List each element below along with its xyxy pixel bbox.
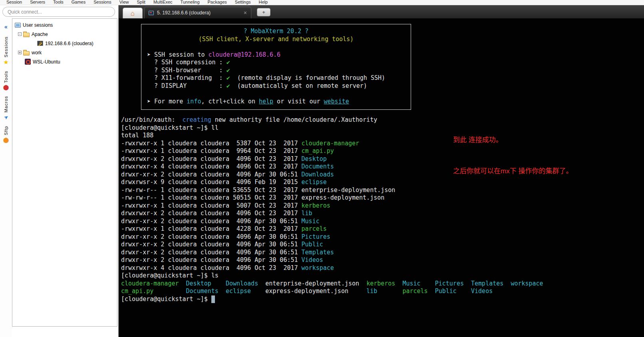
menu-servers[interactable]: Servers [26,0,49,5]
terminal-line: -rw-rw-r-- 1 cloudera cloudera 53655 Oct… [121,186,644,194]
home-tab[interactable]: ⌂ [123,8,143,18]
terminal-line: ? SSH-browser : ✔ [147,67,405,75]
tree-item-label: WSL-Ubuntu [33,59,60,65]
terminal-link[interactable]: website [324,98,349,105]
sftp-icon[interactable]: ⬤ [3,137,9,143]
folder-icon [23,33,30,37]
tree-item-user-sessions[interactable]: User sessions [12,20,117,30]
terminal-line: total 188 [121,132,644,140]
user-sessions-icon [15,23,21,28]
tree-item-apache[interactable]: -Apache [12,30,117,39]
tree-item-192-168-6-6-cloudera[interactable]: 192.168.6.6 (cloudera) [12,39,117,48]
terminal-line [147,43,405,51]
terminal-link[interactable]: help [259,98,273,105]
terminal-line: ➤ SSH session to cloudera@192.168.6.6 [147,51,405,59]
right-panel: ⌂ 5. 192.168.6.6 (cloudera) × + ? MobaXt… [119,5,644,337]
terminal-line: drwxr-xr-x 2 cloudera cloudera 4096 Apr … [121,233,644,241]
red-annotation-1: 到此 连接成功。 [453,134,503,144]
terminal-line: drwxrwxr-x 2 cloudera cloudera 4096 Oct … [121,155,644,163]
main-area: « Sessions★Tools⬤Macros➤Sftp⬤ User sessi… [0,5,644,337]
side-tab-tools[interactable]: Tools [4,71,8,83]
tree-item-label: Apache [32,32,48,37]
menu-view[interactable]: View [115,0,133,5]
terminal-line: [cloudera@quickstart ~]$ ll [121,124,644,132]
menu-settings[interactable]: Settings [231,0,255,5]
terminal-line: drwxr-xr-x 2 cloudera cloudera 4096 Apr … [121,256,644,264]
folder-icon [23,51,30,56]
menu-bar: SessionServersToolsGamesSessionsViewSpli… [0,0,644,5]
terminal-line: -rw-rw-r-- 1 cloudera cloudera 50515 Oct… [121,194,644,202]
menu-tools[interactable]: Tools [49,0,68,5]
terminal-line: drwxr-xr-x 2 cloudera cloudera 4096 Apr … [121,218,644,226]
macros-icon[interactable]: ➤ [2,114,10,121]
side-tab-sessions[interactable]: Sessions [4,36,8,57]
terminal-line: [cloudera@quickstart ~]$ ls [121,272,644,280]
menu-split[interactable]: Split [133,0,149,5]
terminal-line: (SSH client, X-server and networking too… [147,36,405,44]
tree-item-label: work [32,50,42,56]
expand-toggle[interactable]: + [18,51,22,54]
menu-packages[interactable]: Packages [204,0,231,5]
home-icon: ⌂ [131,10,135,17]
quick-connect-input[interactable] [2,7,115,17]
terminal-line: drwxrwsr-x 9 cloudera cloudera 4096 Feb … [121,178,644,186]
terminal-line: ? SSH compression : ✔ [147,59,405,67]
terminal-line: -rwxrwxr-x 1 cloudera cloudera 9964 Oct … [121,147,644,155]
menu-games[interactable]: Games [68,0,89,5]
terminal-line: /usr/bin/xauth: creating new authority f… [121,116,644,124]
terminal-line: -rwxrwxr-x 1 cloudera cloudera 4228 Oct … [121,225,644,233]
terminal-cursor [211,295,215,303]
sessions-icon[interactable]: ★ [3,59,8,65]
side-strip: « Sessions★Tools⬤Macros➤Sftp⬤ [0,18,12,337]
side-tab-sftp[interactable]: Sftp [4,126,8,135]
tree-item-label: User sessions [23,22,53,28]
close-tab-icon[interactable]: × [233,10,247,16]
menu-tunneling[interactable]: Tunneling [177,0,204,5]
mobaxterm-window: SessionServersToolsGamesSessionsViewSpli… [0,0,644,337]
terminal-line: ? DISPLAY : ✔ (automatically set on remo… [147,82,405,90]
new-tab-button[interactable]: + [257,8,270,16]
terminal-line [147,90,405,98]
terminal-line: -rwxrwxr-x 1 cloudera cloudera 5007 Oct … [121,202,644,210]
terminal-line: ? X11-forwarding : ✔ (remote display is … [147,74,405,82]
side-tab-macros[interactable]: Macros [4,96,8,113]
terminal-line: drwxr-xr-x 2 cloudera cloudera 4096 Apr … [121,249,644,257]
terminal-line: drwxrwxr-x 2 cloudera cloudera 4096 Oct … [121,210,644,218]
menu-help[interactable]: Help [255,0,272,5]
banner-box: ? MobaXterm 20.2 ?(SSH client, X-server … [141,24,411,110]
quick-connect-row [0,5,118,18]
session-tree: User sessions-Apache192.168.6.6 (clouder… [12,18,117,327]
terminal[interactable]: ? MobaXterm 20.2 ?(SSH client, X-server … [119,18,644,337]
terminal-line: -rwxrwxr-x 1 cloudera cloudera 5387 Oct … [121,140,644,148]
terminal-line: [cloudera@quickstart ~]$ [121,295,644,303]
tools-icon[interactable]: ⬤ [3,84,9,90]
menu-multiexec[interactable]: MultiExec [149,0,177,5]
terminal-line: ➤ For more info, ctrl+click on help or v… [147,98,405,106]
left-panel: « Sessions★Tools⬤Macros➤Sftp⬤ User sessi… [0,5,119,337]
tree-item-wsl-ubuntu[interactable]: WSL-Ubuntu [12,57,117,66]
ssh-key-icon [37,41,43,46]
terminal-line: cm_api.py Documents eclipse express-depl… [121,287,644,295]
terminal-line: ? MobaXterm 20.2 ? [147,28,405,36]
terminal-output: /usr/bin/xauth: creating new authority f… [121,116,644,303]
left-body: « Sessions★Tools⬤Macros➤Sftp⬤ User sessi… [0,18,118,337]
ubuntu-icon [25,59,31,65]
tree-item-label: 192.168.6.6 (cloudera) [45,41,93,46]
terminal-line: drwxr-xr-x 2 cloudera cloudera 4096 Apr … [121,241,644,249]
red-annotation-2: 之后你就可以在mx下 操作你的集群了。 [453,165,572,175]
terminal-tab-icon [149,11,154,15]
tab-bar: ⌂ 5. 192.168.6.6 (cloudera) × + [119,5,644,18]
menu-sessions[interactable]: Sessions [89,0,115,5]
terminal-line: drwxrwxr-x 4 cloudera cloudera 4096 Oct … [121,264,644,272]
tab-label: 5. 192.168.6.6 (cloudera) [157,10,211,16]
tree-item-work[interactable]: +work [12,48,117,57]
collapse-sidebar-icon[interactable]: « [4,24,8,30]
tab-active-session[interactable]: 5. 192.168.6.6 (cloudera) × [144,7,251,18]
menu-session[interactable]: Session [2,0,26,5]
terminal-line: cloudera-manager Desktop Downloads enter… [121,280,644,288]
collapse-toggle[interactable]: - [18,32,22,36]
